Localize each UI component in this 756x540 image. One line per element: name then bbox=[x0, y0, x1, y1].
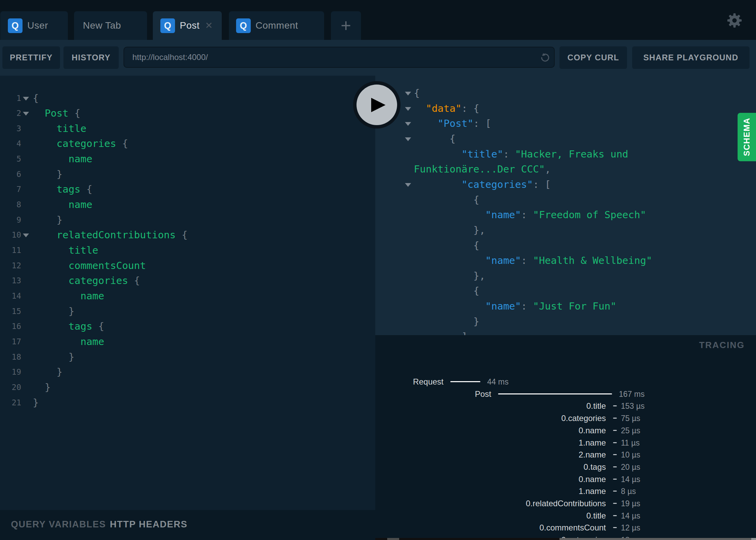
tracing-bar bbox=[450, 381, 480, 382]
fold-arrow-icon[interactable] bbox=[405, 92, 411, 95]
copy-curl-button[interactable]: COPY CURL bbox=[559, 46, 627, 69]
code-text: }, bbox=[414, 268, 485, 284]
tab-comment[interactable]: QComment bbox=[229, 11, 324, 40]
query-line-1: 1{ bbox=[0, 91, 375, 106]
line-number: 20 bbox=[0, 380, 21, 395]
code-text: name bbox=[33, 334, 104, 349]
tab-new-tab[interactable]: New Tab bbox=[74, 11, 147, 40]
response-line: "title": "Hacker, Freaks und bbox=[375, 147, 756, 162]
fold-arrow-icon[interactable] bbox=[23, 234, 29, 237]
fold-arrow-icon[interactable] bbox=[23, 97, 29, 101]
line-number: 4 bbox=[0, 136, 21, 151]
query-line-4: 4 categories { bbox=[0, 136, 375, 151]
code-text: } bbox=[33, 380, 50, 395]
query-line-13: 13 categories { bbox=[0, 273, 375, 288]
query-editor[interactable]: 1{2 Post {3 title4 categories {5 name6 }… bbox=[0, 76, 375, 510]
tracing-row: 0.name25 µs bbox=[375, 424, 756, 437]
tracing-duration: 44 ms bbox=[487, 376, 509, 388]
tracing-tick bbox=[613, 479, 617, 480]
tracing-label: 2.name bbox=[579, 449, 606, 461]
tracing-duration: 19 µs bbox=[621, 497, 640, 510]
query-line-15: 15 } bbox=[0, 304, 375, 319]
response-line: }, bbox=[375, 268, 756, 284]
code-text: { bbox=[414, 238, 479, 253]
code-text: }, bbox=[414, 223, 485, 238]
tracing-row: 0.name14 µs bbox=[375, 473, 756, 485]
tracing-row: 0.relatedContributions19 µs bbox=[375, 497, 756, 510]
response-line: Funktionäre...Der CCC", bbox=[375, 162, 756, 177]
query-badge: Q bbox=[8, 18, 23, 33]
tracing-label: 0.name bbox=[579, 473, 606, 485]
endpoint-url-input[interactable]: http://localhost:4000/ bbox=[123, 47, 555, 68]
toolbar: PRETTIFY HISTORY http://localhost:4000/ … bbox=[0, 40, 756, 76]
horizontal-scrollbar[interactable] bbox=[375, 538, 756, 540]
tracing-title: TRACING bbox=[699, 340, 745, 350]
tracing-tick bbox=[613, 418, 617, 419]
response-line: { bbox=[375, 192, 756, 208]
close-tab-icon[interactable]: ✕ bbox=[205, 20, 213, 31]
tracing-row: 1.name11 µs bbox=[375, 437, 756, 449]
tracing-label: 0.relatedContributions bbox=[526, 497, 606, 510]
response-line: { bbox=[375, 283, 756, 299]
tracing-label: 0.title bbox=[586, 400, 606, 412]
response-line: ] bbox=[375, 329, 756, 335]
query-variables-tab[interactable]: QUERY VARIABLES bbox=[11, 519, 106, 530]
code-text: Post { bbox=[33, 106, 81, 121]
reload-icon[interactable] bbox=[539, 51, 551, 64]
line-number: 11 bbox=[0, 243, 21, 258]
line-number: 5 bbox=[0, 151, 21, 167]
query-line-11: 11 title bbox=[0, 243, 375, 258]
response-line: "name": "Health & Wellbeing" bbox=[375, 253, 756, 268]
query-line-20: 20 } bbox=[0, 380, 375, 395]
tracing-label: 0.commentsCount bbox=[539, 522, 606, 534]
fold-arrow-icon[interactable] bbox=[23, 112, 29, 116]
response-line: }, bbox=[375, 223, 756, 238]
http-headers-tab[interactable]: HTTP HEADERS bbox=[110, 519, 188, 530]
line-number: 8 bbox=[0, 197, 21, 212]
fold-arrow-icon[interactable] bbox=[405, 122, 411, 126]
execute-button[interactable] bbox=[353, 81, 401, 129]
tracing-duration: 14 µs bbox=[621, 473, 640, 485]
code-text: "title": "Hacker, Freaks und bbox=[414, 147, 628, 162]
response-line: "Post": [ bbox=[375, 116, 756, 131]
query-line-8: 8 name bbox=[0, 197, 375, 212]
response-line: "data": { bbox=[375, 101, 756, 116]
code-text: name bbox=[33, 151, 92, 167]
code-text: } bbox=[414, 314, 479, 329]
schema-tab[interactable]: SCHEMA bbox=[738, 113, 756, 161]
new-tab-button[interactable]: + bbox=[331, 11, 361, 40]
fold-arrow-icon[interactable] bbox=[405, 183, 411, 187]
query-line-16: 16 tags { bbox=[0, 319, 375, 334]
tracing-row: 0.title153 µs bbox=[375, 400, 756, 412]
line-number: 9 bbox=[0, 212, 21, 228]
code-text: } bbox=[33, 212, 62, 228]
scrollbar-thumb[interactable] bbox=[559, 538, 751, 540]
tracing-duration: 153 µs bbox=[621, 400, 645, 412]
response-line: } bbox=[375, 314, 756, 329]
line-number: 12 bbox=[0, 258, 21, 273]
response-line: { bbox=[375, 86, 756, 101]
tracing-tick bbox=[613, 466, 617, 467]
tracing-row: 0.title14 µs bbox=[375, 510, 756, 522]
code-text: "Post": [ bbox=[414, 116, 491, 131]
tab-user[interactable]: QUser bbox=[0, 11, 68, 40]
tracing-row: 0.categories75 µs bbox=[375, 412, 756, 424]
settings-gear-icon[interactable] bbox=[727, 13, 742, 28]
query-line-5: 5 name bbox=[0, 151, 375, 167]
tab-post[interactable]: QPost✕ bbox=[153, 11, 222, 40]
code-text: } bbox=[33, 395, 39, 410]
fold-arrow-icon[interactable] bbox=[405, 137, 411, 141]
fold-arrow-icon[interactable] bbox=[405, 107, 411, 111]
code-text: "categories": [ bbox=[414, 177, 551, 192]
graphql-playground: QUserNew TabQPost✕QComment + PRETTIFY HI… bbox=[0, 0, 756, 540]
code-text: name bbox=[33, 288, 104, 304]
tracing-duration: 11 µs bbox=[621, 437, 640, 449]
tracing-row: 2.name10 µs bbox=[375, 449, 756, 461]
query-line-19: 19 } bbox=[0, 364, 375, 380]
tracing-label: 0.title bbox=[586, 510, 606, 522]
history-button[interactable]: HISTORY bbox=[63, 46, 119, 69]
prettify-button[interactable]: PRETTIFY bbox=[2, 46, 60, 69]
tracing-bar bbox=[498, 393, 612, 394]
share-playground-button[interactable]: SHARE PLAYGROUND bbox=[632, 46, 750, 69]
code-text: relatedContributions { bbox=[33, 227, 188, 243]
